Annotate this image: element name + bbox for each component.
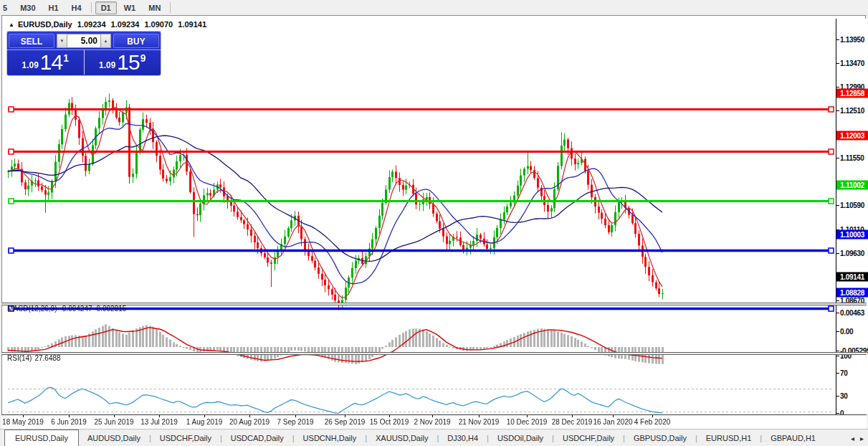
chart-title: ▲EURUSD,Daily 1.09234 1.09234 1.09070 1.… [9,20,209,29]
timeframe-button-5[interactable]: 5 [0,1,13,14]
date-axis-label: 18 May 2019 [2,418,44,426]
chart-tab-usdoil-daily[interactable]: USDOil,Daily [489,432,552,445]
date-axis-label: 2 Nov 2019 [414,418,450,426]
rsi-label: RSI(14)27.6488 [7,354,64,362]
date-tick-mark [432,415,433,417]
date-axis-label: 25 Jun 2019 [94,418,133,426]
price-axis-label: 30 [840,392,848,400]
timeframe-button-mn[interactable]: MN [143,1,166,14]
volume-decrease-icon[interactable]: ▼ [57,34,67,48]
price-axis-label: 1.12510 [840,107,864,115]
macd-label: MACD(12,26,9)-0.004247 -0.002815 [7,305,129,313]
volume-input[interactable] [67,34,100,48]
tab-scroll-left-icon[interactable]: ◂ [851,435,854,442]
date-axis-label: 1 Aug 2019 [186,418,223,426]
sell-button[interactable]: SELL [9,34,54,48]
price-level-tag: 1.11002 [836,181,868,190]
date-axis[interactable]: 18 May 20196 Jun 201925 Jun 201913 Jul 2… [1,414,867,430]
macd-values: -0.004247 -0.002815 [59,305,126,313]
chart-tab-usdcnh-daily[interactable]: USDCNH,Daily [295,432,366,445]
buy-price-pip: 9 [140,52,146,64]
chart-tab-gbpaud-h1[interactable]: GBPAUD,H1 [762,432,824,445]
price-axis-label: 1.09630 [840,249,864,257]
date-axis-label: 15 Oct 2019 [370,418,409,426]
axis-tick-mark [836,158,839,158]
date-tick-mark [295,415,296,417]
axis-tick-mark [836,373,839,374]
buy-price-big: 15 [117,52,139,72]
rsi-name: RSI(14) [7,354,32,362]
chart-tab-eurusd-daily[interactable]: EURUSD,Daily [4,430,79,446]
toolbar-separator [91,2,92,13]
date-tick-mark [479,415,480,417]
axis-tick-mark [836,63,839,64]
chart-tab-bar: EURUSD,DailyAUDUSD,Daily|USDCHF,Daily|US… [0,429,868,446]
chart-tab-usdchf-daily[interactable]: USDCHF,Daily [151,432,220,445]
chart-symbol-label: EURUSD,Daily [18,20,72,29]
one-click-trading-panel: SELL ▼ ▲ BUY 1.09 14 1 1.09 15 9 [7,32,161,75]
price-level-tag: 1.12003 [836,131,868,140]
timeframe-button-d1[interactable]: D1 [95,1,117,14]
buy-button[interactable]: BUY [113,34,159,48]
date-axis-label: 4 Feb 2020 [634,418,671,426]
axis-tick-mark [836,396,839,397]
price-axis-label: 0.00 [840,328,853,336]
timeframe-button-w1[interactable]: W1 [118,1,142,14]
date-axis-label: 28 Dec 2019 [552,418,593,426]
buy-price-prefix: 1.09 [99,58,115,72]
mt4-window: { "toolbar": { "timeframes": ["5", "M30"… [0,0,868,446]
tab-scroll-arrows: ◂▸ [851,435,864,442]
axis-tick-mark [836,205,839,206]
sell-price-big: 14 [40,52,62,72]
rsi-pane-divider[interactable] [1,352,867,355]
tab-scroll-right-icon[interactable]: ▸ [860,435,864,442]
date-tick-mark [389,415,390,417]
price-axis-label: 1.10590 [840,201,864,209]
macd-name: MACD(12,26,9) [7,305,57,313]
timeframe-button-h4[interactable]: H4 [66,1,87,14]
price-axis-label: 1.13470 [840,59,864,67]
ohlc-open: 1.09234 [77,20,106,29]
date-axis-label: 16 Jan 2020 [593,418,632,426]
price-axis-label: 0.00463 [840,309,864,317]
volume-increase-icon[interactable]: ▲ [100,34,111,48]
ohlc-close: 1.09141 [178,20,206,29]
sell-price-pip: 1 [63,52,69,64]
chart-tab-audusd-daily[interactable]: AUDUSD,Daily [79,432,149,445]
date-axis-label: 26 Sep 2019 [325,418,366,426]
toolbar-separator [170,2,171,13]
chart-tab-dj30-h4[interactable]: DJ30,H4 [439,432,487,445]
date-tick-mark [23,415,24,417]
ohlc-high: 1.09234 [111,20,140,29]
chart-tab-eurusd-h1[interactable]: EURUSD,H1 [697,432,760,445]
axis-tick-mark [836,39,839,40]
axis-tick-mark [836,356,839,356]
axis-tick-mark [836,313,839,313]
price-level-tag: 1.09141 [836,272,868,282]
chart-canvas[interactable] [6,34,837,430]
macd-pane-divider[interactable] [1,303,867,305]
price-axis[interactable]: 1.139501.134701.129901.125101.115501.105… [836,19,868,414]
price-level-tag: 1.08828 [836,288,868,298]
price-axis-label: 70 [840,369,848,377]
date-tick-mark [69,415,70,417]
ohlc-low: 1.09070 [144,20,173,29]
date-tick-mark [652,415,653,417]
date-axis-label: 7 Sep 2019 [277,418,313,426]
chart-tab-usdchf-daily[interactable]: USDCHF,Daily [554,432,623,445]
chart-tab-usdcad-daily[interactable]: USDCAD,Daily [222,432,292,445]
collapse-panel-icon[interactable]: ▲ [9,22,14,28]
date-axis-label: 6 Jun 2019 [51,418,87,426]
date-axis-label: 21 Nov 2019 [459,418,500,426]
sell-price[interactable]: 1.09 14 1 [7,49,85,75]
timeframe-button-m30[interactable]: M30 [14,1,41,14]
date-axis-label: 20 Aug 2019 [229,418,270,426]
chart-tab-gbpusd-daily[interactable]: GBPUSD,Daily [625,432,695,445]
timeframe-button-h1[interactable]: H1 [43,1,65,14]
axis-tick-mark [836,110,839,111]
price-level-tag: 1.10003 [836,229,868,239]
price-axis-label: 1.13950 [840,35,864,43]
buy-price[interactable]: 1.09 15 9 [85,49,161,75]
date-tick-mark [249,415,250,417]
chart-tab-xauusd-daily[interactable]: XAUUSD,Daily [367,432,437,445]
